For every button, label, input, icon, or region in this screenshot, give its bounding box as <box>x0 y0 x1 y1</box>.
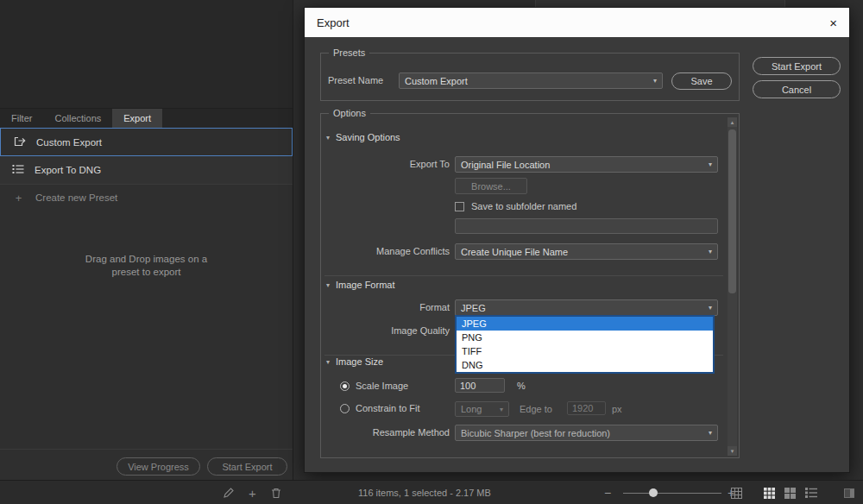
export-to-value: Original File Location <box>461 160 550 170</box>
edit-pencil-icon[interactable] <box>223 488 234 499</box>
export-icon <box>13 135 26 149</box>
resample-method-value: Bicubic Sharper (best for reduction) <box>461 428 610 438</box>
export-to-label: Export To <box>321 158 450 170</box>
export-to-dropdown[interactable]: Original File Location ▾ <box>455 156 718 173</box>
px-label: px <box>612 403 622 415</box>
square-grid-view-icon[interactable] <box>764 488 775 499</box>
constrain-edge-dropdown[interactable]: Long ▾ <box>455 401 509 417</box>
chevron-down-icon: ▾ <box>326 134 330 142</box>
preset-name-label: Preset Name <box>328 74 383 86</box>
drag-drop-hint-line2: preset to export <box>0 266 293 279</box>
panel-header-area <box>0 0 293 109</box>
chevron-down-icon: ▾ <box>709 304 712 312</box>
panel-footer: View Progress Start Export <box>0 449 293 480</box>
options-legend: Options <box>329 108 370 118</box>
format-dropdown-list: JPEG PNG TIFF DNG <box>455 315 715 374</box>
browse-button[interactable]: Browse... <box>455 178 527 194</box>
saving-options-header-label: Saving Options <box>336 132 400 142</box>
drag-drop-hint: Drag and Drop images on a preset to expo… <box>0 253 293 279</box>
subfolder-row: Save to subfolder named <box>455 201 576 211</box>
save-to-subfolder-label: Save to subfolder named <box>471 201 576 211</box>
preset-name-dropdown[interactable]: Custom Export ▾ <box>399 72 663 89</box>
selection-status-text: 116 items, 1 selected - 2.17 MB <box>358 481 491 504</box>
grid-overlay-icon[interactable] <box>731 488 742 499</box>
options-scrollbar[interactable]: ▴ ▾ <box>728 117 737 456</box>
list-view-icon[interactable] <box>805 488 817 498</box>
manage-conflicts-label: Manage Conflicts <box>321 245 450 257</box>
scale-image-label: Scale Image <box>356 380 408 392</box>
drag-drop-hint-line1: Drag and Drop images on a <box>0 253 293 266</box>
section-divider <box>324 275 723 276</box>
preset-item-custom-export[interactable]: Custom Export <box>0 128 293 156</box>
preset-item-export-to-dng[interactable]: Export To DNG <box>0 156 293 185</box>
close-icon[interactable]: × <box>829 16 837 29</box>
image-quality-label: Image Quality <box>321 324 450 337</box>
scroll-down-icon[interactable]: ▾ <box>728 446 737 456</box>
create-new-preset-label: Create new Preset <box>35 192 117 203</box>
browse-button-label: Browse... <box>471 181 511 192</box>
zoom-slider-thumb[interactable] <box>649 488 658 497</box>
panel-start-export-button[interactable]: Start Export <box>207 457 287 476</box>
edge-to-label: Edge to <box>520 403 552 415</box>
dialog-titlebar: Export × <box>305 8 849 37</box>
constrain-to-fit-label: Constrain to Fit <box>356 402 420 414</box>
presets-groupbox: Presets Preset Name Custom Export ▾ Save <box>320 53 740 101</box>
chevron-down-icon: ▾ <box>709 248 712 255</box>
scrollbar-thumb[interactable] <box>728 129 736 293</box>
subfolder-name-input[interactable] <box>455 218 718 234</box>
format-option-dng[interactable]: DNG <box>457 358 713 372</box>
edge-px-input[interactable] <box>567 401 606 415</box>
panel-tabs: Filter Collections Export <box>0 109 293 128</box>
resample-method-label: Resample Method <box>321 426 450 438</box>
scale-image-radio[interactable] <box>340 381 350 391</box>
format-label: Format <box>321 301 450 313</box>
add-preset-icon[interactable]: + <box>249 486 256 501</box>
constrain-to-fit-radio[interactable] <box>340 404 350 413</box>
list-preset-icon <box>12 164 24 176</box>
scroll-up-icon[interactable]: ▴ <box>728 117 737 127</box>
create-new-preset-button[interactable]: + Create new Preset <box>0 185 293 211</box>
image-format-section-header[interactable]: ▾ Image Format <box>326 280 394 290</box>
preset-toolbar: + <box>223 481 281 504</box>
chevron-down-icon: ▾ <box>500 406 503 413</box>
view-progress-button[interactable]: View Progress <box>117 457 200 476</box>
view-mode-toolbar <box>731 481 854 504</box>
constrain-edge-value: Long <box>461 404 482 414</box>
chevron-down-icon: ▾ <box>326 358 330 366</box>
trash-icon[interactable] <box>271 488 281 499</box>
tab-export[interactable]: Export <box>112 109 162 128</box>
cancel-button[interactable]: Cancel <box>753 80 841 98</box>
status-bar: + 116 items, 1 selected - 2.17 MB − + <box>0 480 863 504</box>
start-export-button[interactable]: Start Export <box>753 57 841 75</box>
resample-method-dropdown[interactable]: Bicubic Sharper (best for reduction) ▾ <box>455 425 718 441</box>
format-option-tiff[interactable]: TIFF <box>457 344 713 358</box>
app-window: Filter Collections Export Custom Export … <box>0 0 863 504</box>
chevron-down-icon: ▾ <box>709 429 712 437</box>
detail-grid-view-icon[interactable] <box>784 488 796 499</box>
chevron-down-icon: ▾ <box>709 161 712 168</box>
plus-icon: + <box>12 192 25 205</box>
image-size-section-header[interactable]: ▾ Image Size <box>326 356 383 367</box>
zoom-out-icon[interactable]: − <box>604 486 611 500</box>
tab-filter[interactable]: Filter <box>0 109 43 128</box>
manage-conflicts-dropdown[interactable]: Create Unique File Name ▾ <box>455 243 718 260</box>
saving-options-section-header[interactable]: ▾ Saving Options <box>326 132 400 142</box>
dialog-title: Export <box>317 16 350 29</box>
image-format-header-label: Image Format <box>336 280 394 290</box>
export-presets-panel: Filter Collections Export Custom Export … <box>0 0 293 480</box>
panel-toggle-icon[interactable] <box>844 488 854 498</box>
presets-legend: Presets <box>329 47 369 58</box>
preset-item-label: Export To DNG <box>35 165 101 175</box>
zoom-slider-track[interactable] <box>623 493 721 494</box>
save-button[interactable]: Save <box>671 72 732 90</box>
format-option-png[interactable]: PNG <box>457 331 713 344</box>
format-dropdown[interactable]: JPEG ▾ <box>455 299 718 316</box>
preset-list: Custom Export Export To DNG + Create new… <box>0 128 293 211</box>
preset-name-value: Custom Export <box>405 76 468 86</box>
image-size-header-label: Image Size <box>336 356 383 367</box>
scale-percent-input[interactable] <box>455 378 505 393</box>
save-to-subfolder-checkbox[interactable] <box>455 202 464 211</box>
format-value: JPEG <box>461 303 486 313</box>
format-option-jpeg[interactable]: JPEG <box>457 317 713 331</box>
tab-collections[interactable]: Collections <box>43 109 112 128</box>
